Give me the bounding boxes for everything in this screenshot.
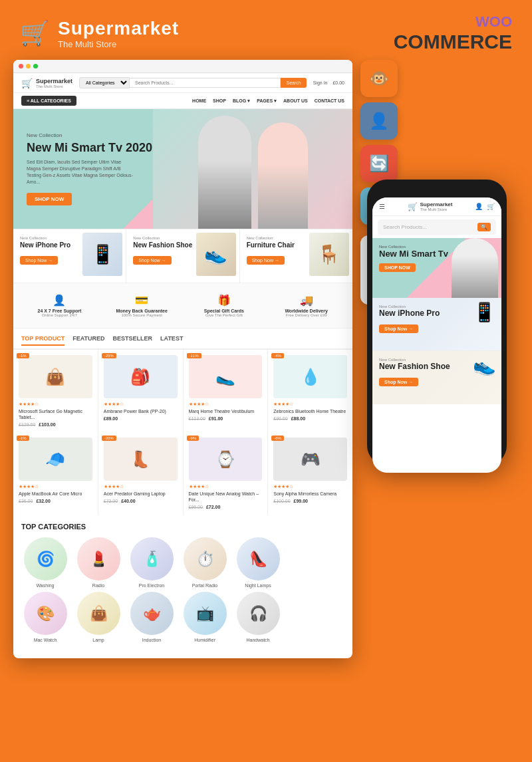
price-new: £103.00 bbox=[39, 422, 55, 427]
commerce-text: COMMERCE bbox=[394, 31, 512, 53]
store-name: Supermarket bbox=[36, 78, 72, 84]
nav-about[interactable]: ABOUT US bbox=[283, 98, 308, 104]
refresh-icon-btn[interactable]: 🔄 bbox=[360, 145, 398, 182]
search-input[interactable] bbox=[130, 78, 281, 88]
mobile-shoe-btn[interactable]: Shop Now → bbox=[379, 378, 418, 386]
product-name: Zebronics Bluetooth Home Theatre bbox=[273, 408, 347, 414]
mobile-hero-btn[interactable]: SHOP NOW bbox=[379, 263, 416, 272]
browser-bar bbox=[13, 60, 352, 73]
cat-name-induction: Induction bbox=[128, 638, 176, 642]
category-item[interactable]: 📺 Humidifier bbox=[181, 592, 229, 642]
category-item[interactable]: 🫖 Induction bbox=[128, 592, 176, 642]
cat-img-lamp: 👜 bbox=[77, 592, 120, 635]
category-item[interactable]: ⏱️ Portal Radio bbox=[181, 537, 229, 588]
mobile-shoe-card: New Collection New Fashion Shoe Shop Now… bbox=[372, 351, 501, 404]
price-new: £91.00 bbox=[209, 416, 223, 421]
product-prices: £129.00 £103.00 bbox=[19, 422, 92, 427]
categories-title: TOP CATEGORIES bbox=[21, 523, 344, 531]
product-card: -25% 🎒 ★★★★☆ Ambrane Power Bank (PP-20) … bbox=[98, 350, 183, 432]
cat-name-night: Night Lamps bbox=[234, 583, 282, 588]
brand-cart-icon: 🛒 bbox=[20, 19, 50, 47]
mobile-search-placeholder[interactable]: Search Products... bbox=[383, 224, 477, 230]
search-button[interactable]: Search bbox=[281, 78, 306, 88]
cat-name-electron: Pro Electron bbox=[128, 583, 176, 588]
product-badge: -25% bbox=[102, 353, 116, 358]
category-item[interactable]: 🧴 Pro Electron bbox=[128, 537, 176, 588]
category-item[interactable]: 🎧 Handwatch bbox=[234, 592, 282, 642]
mobile-bag-icon[interactable]: 🛒 bbox=[487, 203, 495, 210]
mobile-menu-icon[interactable]: ☰ bbox=[379, 203, 385, 210]
all-categories-button[interactable]: ≡ ALL CATEGORIES bbox=[21, 96, 76, 106]
product-img-bag: 👜 bbox=[19, 355, 92, 398]
hero-content: New Collection New Mi Smart Tv 2020 Sed … bbox=[13, 119, 166, 219]
nav-contact[interactable]: CONTACT US bbox=[315, 98, 344, 104]
brand-logo: 🛒 Supermarket The Multi Store bbox=[20, 18, 179, 49]
person-2 bbox=[258, 122, 308, 229]
search-category-select[interactable]: All Categories bbox=[79, 77, 130, 88]
product-name: Date Unique New Analog Watch – For... bbox=[189, 491, 263, 503]
mobile-header-icons: 👤 🛒 bbox=[475, 203, 495, 210]
price-old: £100.00 bbox=[273, 499, 290, 503]
desktop-mockup: 🛒 Supermarket The Multi Store All Catego… bbox=[13, 60, 352, 658]
product-stars: ★★★★☆ bbox=[189, 402, 263, 407]
category-item[interactable]: 👠 Night Lamps bbox=[234, 537, 282, 588]
store-cart-icon: 🛒 bbox=[21, 78, 33, 88]
sign-in-link[interactable]: Sign In bbox=[313, 80, 328, 85]
chair-shop-btn[interactable]: Shop Now → bbox=[247, 256, 285, 265]
product-card: -20% 👢 ★★★★☆ Acer Predator Gaming Laptop… bbox=[98, 432, 183, 515]
gift-sub: Give The Perfect Gift bbox=[189, 313, 260, 317]
cat-img-night: 👠 bbox=[237, 537, 280, 580]
mobile-hero: New Collection New Mi Smart Tv SHOP NOW bbox=[372, 238, 501, 298]
nav-home[interactable]: HOME bbox=[192, 98, 206, 104]
nav-pages[interactable]: PAGES ▾ bbox=[257, 98, 277, 104]
tab-featured[interactable]: FEATURED bbox=[72, 335, 104, 346]
category-item[interactable]: 🎨 Mac Watch bbox=[21, 592, 69, 642]
hero-shop-now-button[interactable]: SHOP NOW bbox=[27, 193, 72, 205]
cat-img-washing: 🌀 bbox=[24, 537, 67, 580]
product-prices: £96.00 £88.00 bbox=[273, 416, 347, 421]
category-item[interactable]: 💄 Radio bbox=[74, 537, 122, 588]
iphone-shop-btn[interactable]: Shop Now → bbox=[20, 256, 58, 265]
category-item[interactable]: 🌀 Washing bbox=[21, 537, 69, 588]
product-img-hat: 🧢 bbox=[19, 438, 92, 481]
product-img-slipper: 🥿 bbox=[189, 355, 263, 398]
shoe-shop-btn[interactable]: Shop Now → bbox=[133, 256, 171, 265]
product-stars: ★★★★☆ bbox=[104, 484, 178, 489]
product-img-backpack: 🎒 bbox=[104, 355, 178, 398]
price-new: £99.00 bbox=[294, 499, 308, 503]
top-categories: TOP CATEGORIES 🌀 Washing 💄 Radio 🧴 Pro E… bbox=[13, 515, 352, 650]
product-stars: ★★★★☆ bbox=[273, 402, 347, 407]
product-name: Acer Predator Gaming Laptop bbox=[104, 491, 178, 497]
price-old: £72.00 bbox=[104, 499, 118, 503]
cart-total[interactable]: £0.00 bbox=[332, 80, 344, 85]
user-icon-btn[interactable]: 👤 bbox=[360, 102, 398, 140]
trust-badges: 👤 24 X 7 Free Support Online Support 24/… bbox=[13, 283, 352, 328]
nav-blog[interactable]: BLOG ▾ bbox=[233, 98, 250, 104]
feature-card-chair: New Collection Furniture Chair Shop Now … bbox=[240, 229, 352, 283]
feature-cards: New Collection New iPhone Pro Shop Now →… bbox=[13, 229, 352, 283]
category-grid-2: 🎨 Mac Watch 👜 Lamp 🫖 Induction 📺 Humidif… bbox=[21, 592, 344, 642]
nav-shop[interactable]: SHOP bbox=[213, 98, 226, 104]
tab-top-product[interactable]: TOP PRODUCT bbox=[21, 335, 65, 346]
product-prices: £100.00 £99.00 bbox=[273, 499, 347, 503]
product-name: Microsoft Surface Go Magnetic Tablet... bbox=[19, 408, 92, 420]
support-title: 24 X 7 Free Support bbox=[24, 309, 95, 313]
trust-support: 👤 24 X 7 Free Support Online Support 24/… bbox=[20, 290, 99, 321]
mobile-user-icon[interactable]: 👤 bbox=[475, 203, 483, 210]
price-new: £88.00 bbox=[291, 416, 305, 421]
feature-card-iphone: New Collection New iPhone Pro Shop Now →… bbox=[13, 229, 126, 283]
tab-latest[interactable]: LATEST bbox=[160, 335, 183, 346]
cat-name-portal: Portal Radio bbox=[181, 583, 229, 588]
tab-bestseller[interactable]: BESTSELLER bbox=[113, 335, 153, 346]
mobile-notch bbox=[410, 184, 464, 197]
mobile-iphone-btn[interactable]: Shop Now → bbox=[379, 324, 418, 333]
category-item[interactable]: 👜 Lamp bbox=[74, 592, 122, 642]
product-badge: -9% bbox=[187, 436, 200, 441]
product-grid-row2: -1% 🧢 ★★★★☆ Apple MacBook Air Core Micro… bbox=[13, 432, 352, 515]
mailchimp-icon-btn[interactable]: 🐵 bbox=[360, 60, 398, 97]
delivery-icon: 🚚 bbox=[271, 294, 342, 307]
mobile-search-button[interactable]: 🔍 bbox=[477, 223, 491, 231]
right-panel: 🐵 👤 🔄 💬 pt Pixel template Web Template S… bbox=[360, 60, 519, 658]
trust-gift: 🎁 Special Gift Cards Give The Perfect Gi… bbox=[185, 290, 264, 321]
brand-sub: The Multi Store bbox=[58, 39, 179, 49]
